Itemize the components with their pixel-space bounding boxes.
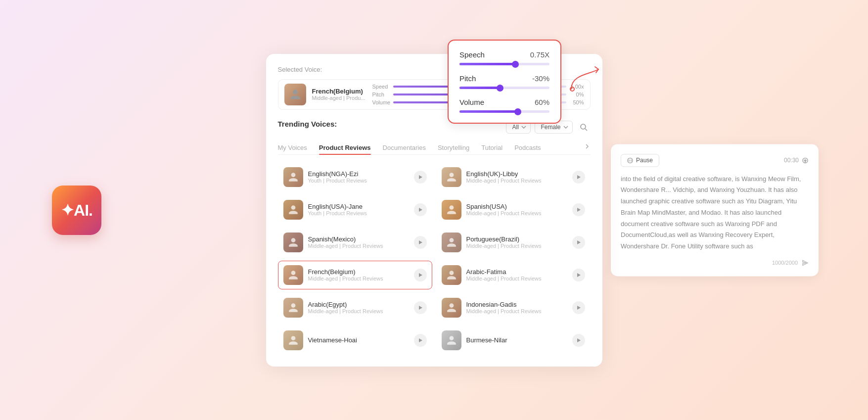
voice-item-9[interactable]: Arabic(Egypt) Middle-aged | Product Revi… [278,293,432,322]
tab-documentaries[interactable]: Documentaries [377,141,432,154]
popup-speech-track[interactable] [459,63,549,65]
tab-my-voices[interactable]: My Voices [278,141,313,154]
voice-item-11[interactable]: Vietnamese-Hoai [278,326,432,355]
voice-item-8[interactable]: Arabic-Fatima Middle-aged | Product Revi… [436,261,591,289]
play-btn-9[interactable] [414,301,427,314]
play-btn-4[interactable] [572,203,585,216]
volume-label: Volume [372,99,390,105]
tabs-chevron[interactable] [584,143,591,152]
voice-item-10[interactable]: Indonesian-Gadis Middle-aged | Product R… [436,293,591,322]
voice-info-1: English(NGA)-Ezi Youth | Product Reviews [308,170,409,184]
popup-pitch-track[interactable] [459,87,549,89]
popup-speech-label: Speech [459,50,485,59]
svg-point-15 [628,158,633,163]
popup-speech-row: Speech 0.75X [459,50,549,65]
play-btn-8[interactable] [572,269,585,281]
editor-text-partial: into the field of digital creative softw… [621,175,735,183]
voice-item-1[interactable]: English(NGA)-Ezi Youth | Product Reviews [278,163,432,191]
svg-marker-6 [419,240,422,244]
popup-speech-fill [459,63,515,65]
svg-line-1 [585,129,587,131]
voice-item-3[interactable]: English(USA)-Jane Youth | Product Review… [278,195,432,224]
voice-avatar-10 [442,298,461,318]
search-button[interactable] [577,120,591,134]
voice-item-6[interactable]: Portuguese(Brazil) Middle-aged | Product… [436,228,591,257]
play-btn-10[interactable] [572,301,585,314]
svg-marker-5 [577,208,581,212]
editor-text-3: R... Vidchip, and Wanxing Youzhuan. It h… [621,187,798,250]
voice-info-12: Burmese-Nilar [466,336,567,344]
controls-popup: Speech 0.75X Pitch -30% Volume 60% [448,40,561,124]
play-btn-5[interactable] [414,236,427,249]
voice-sub-3: Youth | Product Reviews [308,210,409,216]
app-icon: ✦AI. [52,186,101,235]
editor-footer: 1000/2000 [621,259,809,266]
send-icon[interactable] [802,259,809,266]
svg-marker-2 [419,175,422,179]
play-btn-3[interactable] [414,203,427,216]
pause-button[interactable]: Pause [621,154,659,167]
svg-marker-8 [419,273,422,277]
popup-pitch-label: Pitch [459,74,476,83]
voice-avatar-3 [283,200,303,220]
tab-storytelling[interactable]: Storytelling [432,141,475,154]
voice-item-12[interactable]: Burmese-Nilar [436,326,591,355]
voice-sub-5: Middle-aged | Product Reviews [308,243,409,249]
svg-marker-9 [577,273,581,277]
tab-podcasts[interactable]: Podcasts [508,141,547,154]
play-btn-11[interactable] [414,334,427,347]
popup-pitch-row: Pitch -30% [459,74,549,89]
popup-volume-label: Volume [459,98,484,106]
trending-section: Trending Voices: All Female Male [278,120,591,355]
voice-avatar-8 [442,265,461,285]
svg-marker-4 [419,208,422,212]
popup-volume-track[interactable] [459,110,549,113]
pitch-label: Pitch [372,92,390,97]
svg-marker-11 [577,306,581,310]
play-btn-12[interactable] [572,334,585,347]
timer-text: 00:30 [784,157,799,164]
voice-info-9: Arabic(Egypt) Middle-aged | Product Revi… [308,301,409,314]
voice-name-5: Spanish(Mexico) [308,235,409,243]
popup-pitch-value: -30% [532,74,549,83]
popup-pitch-fill [459,87,500,89]
voice-info-11: Vietnamese-Hoai [308,336,409,344]
selected-voice-sub: Middle-aged | Produ... [312,95,366,101]
voice-avatar-11 [283,330,303,350]
voice-item-7[interactable]: French(Belgium) Middle-aged | Product Re… [278,261,432,289]
play-btn-7[interactable] [414,269,427,281]
svg-marker-10 [419,306,422,310]
text-editor-panel: Pause 00:30 ? into the field of digital … [611,144,819,276]
voice-info-10: Indonesian-Gadis Middle-aged | Product R… [466,301,567,314]
play-btn-1[interactable] [414,171,427,184]
voice-name-1: English(NGA)-Ezi [308,170,409,178]
voice-name-10: Indonesian-Gadis [466,301,567,308]
word-count: 1000/2000 [772,260,798,266]
speed-label: Speed [372,84,390,90]
voice-avatar-4 [442,200,461,220]
voice-name-7: French(Belgium) [308,268,409,276]
play-btn-6[interactable] [572,236,585,249]
voice-name-4: Spanish(USA) [466,203,567,210]
voice-info-6: Portuguese(Brazil) Middle-aged | Product… [466,235,567,249]
popup-volume-header: Volume 60% [459,98,549,106]
volume-value: 50% [569,99,584,105]
voice-info-3: English(USA)-Jane Youth | Product Review… [308,203,409,216]
play-btn-2[interactable] [572,171,585,184]
voice-item-4[interactable]: Spanish(USA) Middle-aged | Product Revie… [436,195,591,224]
voice-info-8: Arabic-Fatima Middle-aged | Product Revi… [466,268,567,281]
voice-sub-1: Youth | Product Reviews [308,178,409,184]
voice-item-5[interactable]: Spanish(Mexico) Middle-aged | Product Re… [278,228,432,257]
voice-avatar-2 [442,167,461,187]
voice-list: English(NGA)-Ezi Youth | Product Reviews [278,163,591,355]
voice-sub-8: Middle-aged | Product Reviews [466,276,567,281]
voice-avatar-7 [283,265,303,285]
voice-sub-9: Middle-aged | Product Reviews [308,308,409,314]
tab-tutorial[interactable]: Tutorial [475,141,508,154]
voice-item-2[interactable]: English(UK)-Libby Middle-aged | Product … [436,163,591,191]
tab-product-reviews[interactable]: Product Reviews [313,141,377,154]
pause-label: Pause [636,157,653,164]
voice-name-8: Arabic-Fatima [466,268,567,276]
voice-avatar-12 [442,330,461,350]
popup-volume-fill [459,110,518,113]
